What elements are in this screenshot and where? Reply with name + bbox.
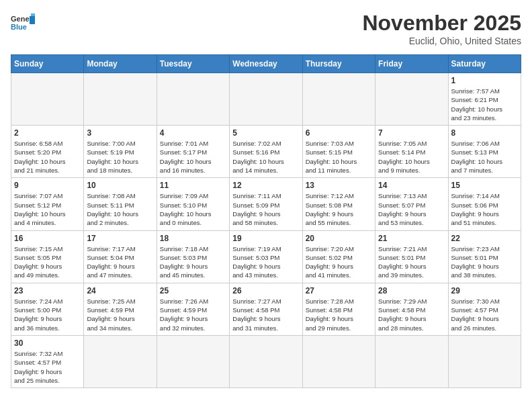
day-cell — [302, 335, 375, 387]
day-cell: 25Sunrise: 7:26 AM Sunset: 4:59 PM Dayli… — [157, 283, 229, 335]
day-cell: 12Sunrise: 7:11 AM Sunset: 5:09 PM Dayli… — [230, 178, 302, 230]
day-info: Sunrise: 7:26 AM Sunset: 4:59 PM Dayligh… — [160, 297, 226, 332]
day-cell — [230, 335, 302, 387]
day-info: Sunrise: 7:05 AM Sunset: 5:14 PM Dayligh… — [378, 139, 445, 175]
day-cell — [230, 73, 302, 126]
day-info: Sunrise: 7:21 AM Sunset: 5:01 PM Dayligh… — [378, 244, 445, 280]
day-cell: 14Sunrise: 7:13 AM Sunset: 5:07 PM Dayli… — [375, 178, 448, 230]
day-info: Sunrise: 7:20 AM Sunset: 5:02 PM Dayligh… — [306, 244, 372, 280]
day-info: Sunrise: 7:29 AM Sunset: 4:58 PM Dayligh… — [378, 297, 445, 332]
day-header-friday: Friday — [375, 55, 448, 73]
day-number: 30 — [14, 338, 81, 348]
day-number: 11 — [160, 181, 226, 190]
day-info: Sunrise: 7:27 AM Sunset: 4:58 PM Dayligh… — [232, 297, 299, 332]
day-number: 25 — [160, 286, 226, 295]
month-title: November 2025 — [362, 11, 521, 36]
day-cell — [84, 335, 157, 387]
day-number: 21 — [378, 234, 445, 243]
day-number: 27 — [306, 286, 372, 295]
week-row-4: 23Sunrise: 7:24 AM Sunset: 5:00 PM Dayli… — [11, 283, 521, 335]
day-cell: 30Sunrise: 7:32 AM Sunset: 4:57 PM Dayli… — [11, 335, 84, 387]
day-info: Sunrise: 7:25 AM Sunset: 4:59 PM Dayligh… — [87, 297, 153, 332]
day-header-saturday: Saturday — [448, 55, 521, 73]
day-cell: 2Sunrise: 6:58 AM Sunset: 5:20 PM Daylig… — [11, 126, 84, 178]
day-number: 10 — [87, 181, 153, 190]
day-header-tuesday: Tuesday — [157, 55, 229, 73]
day-cell: 16Sunrise: 7:15 AM Sunset: 5:05 PM Dayli… — [11, 230, 84, 283]
title-block: November 2025 Euclid, Ohio, United State… — [362, 11, 521, 46]
day-info: Sunrise: 7:17 AM Sunset: 5:04 PM Dayligh… — [87, 244, 153, 280]
day-number: 23 — [14, 286, 81, 295]
day-header-wednesday: Wednesday — [230, 55, 302, 73]
day-info: Sunrise: 7:07 AM Sunset: 5:12 PM Dayligh… — [14, 191, 81, 227]
day-cell: 4Sunrise: 7:01 AM Sunset: 5:17 PM Daylig… — [157, 126, 229, 178]
day-number: 1 — [451, 76, 518, 85]
day-cell — [84, 73, 157, 126]
day-cell: 13Sunrise: 7:12 AM Sunset: 5:08 PM Dayli… — [302, 178, 375, 230]
day-number: 17 — [87, 234, 153, 243]
day-cell — [375, 73, 448, 126]
day-number: 26 — [232, 286, 299, 295]
day-cell: 18Sunrise: 7:18 AM Sunset: 5:03 PM Dayli… — [157, 230, 229, 283]
day-cell: 20Sunrise: 7:20 AM Sunset: 5:02 PM Dayli… — [302, 230, 375, 283]
day-cell — [157, 335, 229, 387]
day-info: Sunrise: 7:30 AM Sunset: 4:57 PM Dayligh… — [451, 297, 518, 332]
day-cell: 6Sunrise: 7:03 AM Sunset: 5:15 PM Daylig… — [302, 126, 375, 178]
day-number: 29 — [451, 286, 518, 295]
day-cell: 15Sunrise: 7:14 AM Sunset: 5:06 PM Dayli… — [448, 178, 521, 230]
day-number: 24 — [87, 286, 153, 295]
day-number: 15 — [451, 181, 518, 190]
logo: General Blue — [11, 11, 35, 35]
day-info: Sunrise: 7:01 AM Sunset: 5:17 PM Dayligh… — [160, 139, 226, 175]
day-number: 28 — [378, 286, 445, 295]
day-number: 4 — [160, 128, 226, 138]
day-info: Sunrise: 7:57 AM Sunset: 6:21 PM Dayligh… — [451, 87, 518, 122]
day-number: 2 — [14, 128, 81, 138]
day-cell — [448, 335, 521, 387]
day-cell: 21Sunrise: 7:21 AM Sunset: 5:01 PM Dayli… — [375, 230, 448, 283]
calendar-table: SundayMondayTuesdayWednesdayThursdayFrid… — [11, 54, 521, 388]
week-row-5: 30Sunrise: 7:32 AM Sunset: 4:57 PM Dayli… — [11, 335, 521, 387]
day-cell: 17Sunrise: 7:17 AM Sunset: 5:04 PM Dayli… — [84, 230, 157, 283]
week-row-0: 1Sunrise: 7:57 AM Sunset: 6:21 PM Daylig… — [11, 73, 521, 126]
day-info: Sunrise: 7:32 AM Sunset: 4:57 PM Dayligh… — [14, 349, 81, 385]
day-number: 20 — [306, 234, 372, 243]
day-header-sunday: Sunday — [11, 55, 84, 73]
day-number: 5 — [232, 128, 299, 138]
day-number: 13 — [306, 181, 372, 190]
day-cell — [11, 73, 84, 126]
day-number: 9 — [14, 181, 81, 190]
day-cell: 5Sunrise: 7:02 AM Sunset: 5:16 PM Daylig… — [230, 126, 302, 178]
day-cell: 24Sunrise: 7:25 AM Sunset: 4:59 PM Dayli… — [84, 283, 157, 335]
day-number: 22 — [451, 234, 518, 243]
header-row: SundayMondayTuesdayWednesdayThursdayFrid… — [11, 55, 521, 73]
day-cell: 28Sunrise: 7:29 AM Sunset: 4:58 PM Dayli… — [375, 283, 448, 335]
day-info: Sunrise: 7:18 AM Sunset: 5:03 PM Dayligh… — [160, 244, 226, 280]
day-cell: 9Sunrise: 7:07 AM Sunset: 5:12 PM Daylig… — [11, 178, 84, 230]
day-number: 8 — [451, 128, 518, 138]
day-cell: 19Sunrise: 7:19 AM Sunset: 5:03 PM Dayli… — [230, 230, 302, 283]
day-number: 19 — [232, 234, 299, 243]
week-row-3: 16Sunrise: 7:15 AM Sunset: 5:05 PM Dayli… — [11, 230, 521, 283]
day-cell: 23Sunrise: 7:24 AM Sunset: 5:00 PM Dayli… — [11, 283, 84, 335]
day-number: 3 — [87, 128, 153, 138]
week-row-2: 9Sunrise: 7:07 AM Sunset: 5:12 PM Daylig… — [11, 178, 521, 230]
page-header: General Blue November 2025 Euclid, Ohio,… — [11, 11, 521, 46]
svg-marker-3 — [31, 13, 35, 16]
svg-text:Blue: Blue — [11, 23, 27, 31]
day-cell — [157, 73, 229, 126]
day-number: 7 — [378, 128, 445, 138]
day-cell: 8Sunrise: 7:06 AM Sunset: 5:13 PM Daylig… — [448, 126, 521, 178]
day-info: Sunrise: 7:15 AM Sunset: 5:05 PM Dayligh… — [14, 244, 81, 280]
day-cell: 26Sunrise: 7:27 AM Sunset: 4:58 PM Dayli… — [230, 283, 302, 335]
svg-marker-2 — [30, 16, 35, 24]
day-info: Sunrise: 7:02 AM Sunset: 5:16 PM Dayligh… — [232, 139, 299, 175]
day-cell: 27Sunrise: 7:28 AM Sunset: 4:58 PM Dayli… — [302, 283, 375, 335]
day-cell: 29Sunrise: 7:30 AM Sunset: 4:57 PM Dayli… — [448, 283, 521, 335]
day-number: 18 — [160, 234, 226, 243]
day-cell: 22Sunrise: 7:23 AM Sunset: 5:01 PM Dayli… — [448, 230, 521, 283]
day-info: Sunrise: 7:00 AM Sunset: 5:19 PM Dayligh… — [87, 139, 153, 175]
day-number: 12 — [232, 181, 299, 190]
day-cell: 11Sunrise: 7:09 AM Sunset: 5:10 PM Dayli… — [157, 178, 229, 230]
location: Euclid, Ohio, United States — [362, 36, 521, 46]
